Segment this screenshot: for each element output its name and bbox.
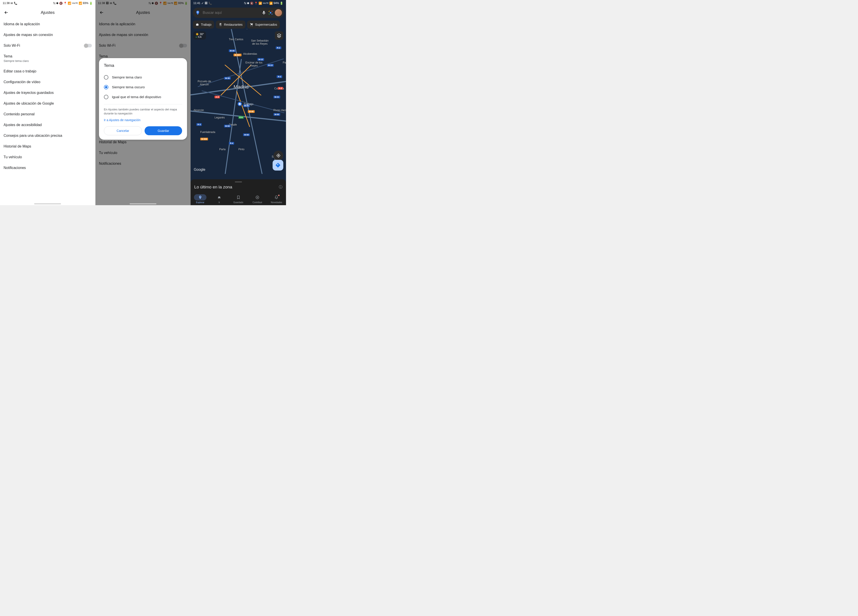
layers-button[interactable] (275, 31, 283, 40)
road-shield: E-5 (238, 116, 244, 119)
arrow-back-icon (4, 10, 9, 15)
road-shield: M-13 (267, 64, 274, 67)
search-bar[interactable] (193, 8, 284, 18)
city-label: Alcobendas (243, 52, 257, 55)
road-shield: R-2 (277, 75, 282, 78)
chip-supermarkets[interactable]: Supermercados (247, 20, 280, 29)
maps-logo-icon (194, 9, 201, 16)
wifi-icon: 📶 (68, 2, 71, 5)
location-icon: 📍 (64, 2, 67, 5)
setting-notifications[interactable]: Notificaciones (3, 162, 92, 173)
setting-google-location[interactable]: Ajustes de ubicación de Google (3, 98, 92, 109)
bluetooth-icon: ✱ (247, 2, 249, 5)
search-input[interactable] (203, 11, 260, 15)
mute-icon: 🔇 (250, 2, 253, 5)
info-icon[interactable]: ⓘ (279, 185, 283, 190)
profile-avatar[interactable] (275, 9, 282, 16)
work-location-pin[interactable]: Trabajo (237, 101, 253, 106)
nav-settings-link[interactable]: Ir a Ajustes de navegación (104, 118, 182, 122)
nfc-icon: ℕ (244, 2, 246, 5)
city-label: Encinar de los Reyes (245, 61, 263, 67)
bookmark-icon (236, 195, 241, 199)
city-madrid: Madrid (233, 84, 249, 90)
sheet-handle[interactable] (235, 182, 242, 182)
mic-icon[interactable] (261, 10, 266, 15)
nav-indicator[interactable] (130, 204, 156, 204)
wifi-toggle[interactable] (84, 44, 92, 47)
setting-video[interactable]: Configuración de vídeo (3, 77, 92, 87)
map-canvas[interactable]: Madrid Viejo Tres Cantos San Sebastián d… (191, 29, 286, 174)
setting-your-vehicle[interactable]: Tu vehículo (3, 152, 92, 162)
radio-dark-theme[interactable]: Siempre tema oscuro (104, 82, 182, 92)
road-shield: M-40 (229, 50, 236, 52)
duo-icon: 📞 (14, 2, 17, 5)
nav-indicator[interactable] (34, 204, 61, 204)
radio-icon (104, 75, 108, 79)
setting-wifi-only[interactable]: Solo Wi-Fi (3, 40, 92, 51)
radio-device-theme[interactable]: Igual que el tema del dispositivo (104, 92, 182, 102)
city-label: Leganés (214, 116, 225, 119)
nav-explore[interactable]: Explorar (194, 194, 207, 204)
sun-icon: ☀️ (196, 33, 199, 36)
road-shield: M-21 (274, 96, 280, 98)
back-button[interactable] (2, 8, 11, 17)
city-label: San Sebastián de los Reyes (250, 39, 270, 45)
dialog-hint: En Ajustes también puedes cambiar el asp… (104, 107, 182, 115)
utensils-icon (219, 23, 222, 26)
gmail-icon: ✉ (11, 2, 13, 5)
my-location-button[interactable] (274, 151, 283, 160)
road-shield: M-50 (274, 113, 280, 116)
lens-icon[interactable] (268, 10, 273, 15)
setting-app-language[interactable]: Idioma de la aplicación (3, 19, 92, 30)
setting-saved-trips[interactable]: Ajustes de trayectos guardados (3, 87, 92, 98)
nav-saved[interactable]: Guardado (232, 194, 245, 204)
nav-updates[interactable]: Novedades (270, 194, 283, 204)
city-label: Pa (283, 61, 286, 64)
settings-list: Idioma de la aplicación Ajustes de mapas… (0, 19, 95, 173)
status-battery: 93% (83, 2, 89, 5)
chip-work[interactable]: Trabajo (193, 20, 214, 29)
road-shield: R-4 (229, 142, 235, 145)
setting-personal-content[interactable]: Contenido personal (3, 109, 92, 120)
layers-icon (277, 33, 281, 38)
radio-light-theme[interactable]: Siempre tema claro (104, 72, 182, 82)
cancel-button[interactable]: Cancelar (104, 126, 142, 135)
directions-button[interactable] (273, 160, 283, 171)
road-shield: M-50 (243, 134, 250, 136)
city-label: Parla (219, 148, 225, 151)
road-shield: M-30 (224, 77, 231, 79)
radio-icon (104, 85, 108, 89)
city-label: Tres Cantos (229, 38, 243, 41)
wifi-icon: 📶 (258, 2, 262, 5)
status-bar: 11:41 ✓ 🖼 📞 ℕ ✱ 🔇 📍 📶 VoLTE 📶 94% 🔋 (191, 0, 286, 6)
nav-contribute[interactable]: Contribuir (251, 194, 264, 204)
status-bar: 11:38 ✉ 📞 ℕ ✱ 🔇 📍 📶 VoLTE 📶 93% 🔋 (0, 0, 95, 6)
setting-maps-history[interactable]: Historial de Maps (3, 141, 92, 152)
bottom-sheet[interactable]: Lo último en la zona ⓘ (191, 179, 286, 193)
page-title: Ajustes (11, 10, 85, 15)
city-label: Pozuelo de Alarcón (196, 80, 213, 86)
briefcase-pin-icon (237, 101, 242, 106)
setting-offline-maps[interactable]: Ajustes de mapas sin conexión (3, 30, 92, 40)
volte-icon: VoLTE (72, 2, 78, 4)
dialog-title: Tema (104, 63, 182, 68)
status-time: 11:41 (193, 2, 200, 5)
city-label: Rivas-Vaci (274, 109, 286, 112)
nav-go[interactable]: Ir (213, 194, 225, 204)
setting-accessibility[interactable]: Ajustes de accesibilidad (3, 120, 92, 130)
pin-icon (198, 195, 202, 199)
setting-theme[interactable]: Tema Siempre tema claro (3, 51, 92, 66)
save-button[interactable]: Guardar (145, 126, 182, 135)
road-shield: R-3 (196, 123, 202, 126)
weather-widget[interactable]: ☀️ 30° ● ICA (193, 31, 206, 40)
setting-edit-home-work[interactable]: Editar casa o trabajo (3, 66, 92, 77)
city-label: Pinto (238, 148, 244, 151)
road-shield: M-45 (248, 110, 255, 113)
svg-point-3 (278, 155, 279, 156)
crosshair-icon (276, 153, 281, 158)
plus-circle-icon (255, 195, 260, 199)
signal-icon: 📶 (269, 2, 273, 5)
setting-location-tips[interactable]: Consejos para una ubicación precisa (3, 130, 92, 141)
divider (104, 104, 182, 104)
chip-restaurants[interactable]: Restaurantes (216, 20, 245, 29)
